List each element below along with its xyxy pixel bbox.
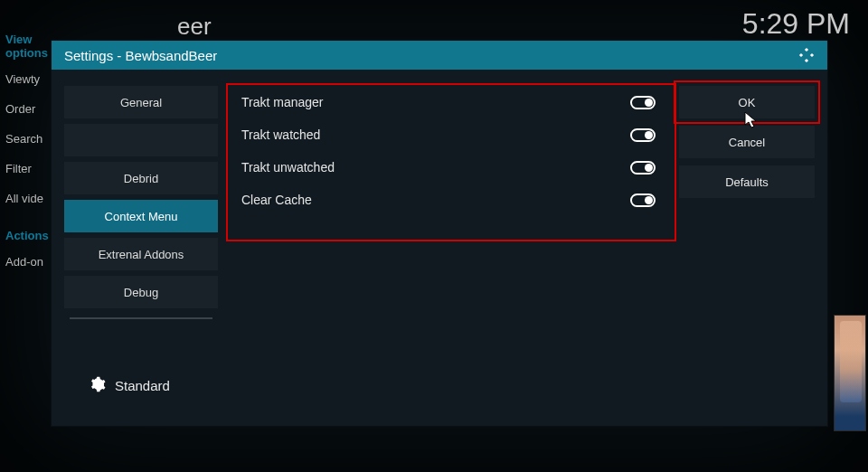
- svg-rect-1: [799, 53, 803, 57]
- defaults-button[interactable]: Defaults: [679, 165, 815, 198]
- setting-clear-cache[interactable]: Clear Cache: [229, 184, 668, 216]
- setting-trakt-watched[interactable]: Trakt watched: [229, 118, 668, 151]
- category-external-addons[interactable]: Extrenal Addons: [64, 238, 218, 270]
- setting-label: Clear Cache: [241, 193, 630, 207]
- cancel-button[interactable]: Cancel: [679, 126, 815, 158]
- settings-dialog: Settings - BewbsandBeer General Debrid C…: [51, 40, 828, 427]
- category-general[interactable]: General: [64, 86, 218, 118]
- setting-trakt-unwatched[interactable]: Trakt unwatched: [229, 151, 668, 184]
- toggle-icon[interactable]: [630, 96, 656, 109]
- gear-icon: [90, 376, 106, 395]
- category-context-menu[interactable]: Context Menu: [64, 200, 218, 232]
- category-empty[interactable]: [64, 124, 218, 156]
- setting-label: Trakt manager: [241, 95, 630, 109]
- toggle-icon[interactable]: [630, 194, 656, 207]
- settings-list: Trakt manager Trakt watched Trakt unwatc…: [229, 86, 668, 417]
- bg-addon-title-fragment: eer: [177, 13, 212, 41]
- dialog-title: Settings - BewbsandBeer: [64, 48, 798, 63]
- category-debug[interactable]: Debug: [64, 276, 218, 308]
- setting-label: Trakt unwatched: [241, 160, 630, 175]
- clock: 5:29 PM: [742, 7, 850, 41]
- settings-level-label: Standard: [115, 378, 170, 393]
- setting-label: Trakt watched: [241, 127, 630, 142]
- category-debrid[interactable]: Debrid: [64, 162, 218, 194]
- dialog-button-column: OK Cancel Defaults: [679, 86, 815, 417]
- ok-button[interactable]: OK: [679, 86, 815, 118]
- category-list: General Debrid Context Menu Extrenal Add…: [64, 86, 218, 417]
- svg-rect-0: [805, 48, 808, 52]
- fanart-thumbnail: [834, 315, 866, 431]
- setting-trakt-manager[interactable]: Trakt manager: [229, 86, 668, 118]
- dialog-header: Settings - BewbsandBeer: [52, 41, 827, 70]
- settings-level[interactable]: Standard: [64, 376, 218, 395]
- category-separator: [70, 317, 212, 319]
- svg-rect-2: [810, 53, 814, 57]
- toggle-icon[interactable]: [630, 128, 656, 142]
- kodi-logo-icon: [798, 47, 815, 63]
- toggle-icon[interactable]: [630, 161, 656, 175]
- svg-rect-3: [805, 59, 808, 62]
